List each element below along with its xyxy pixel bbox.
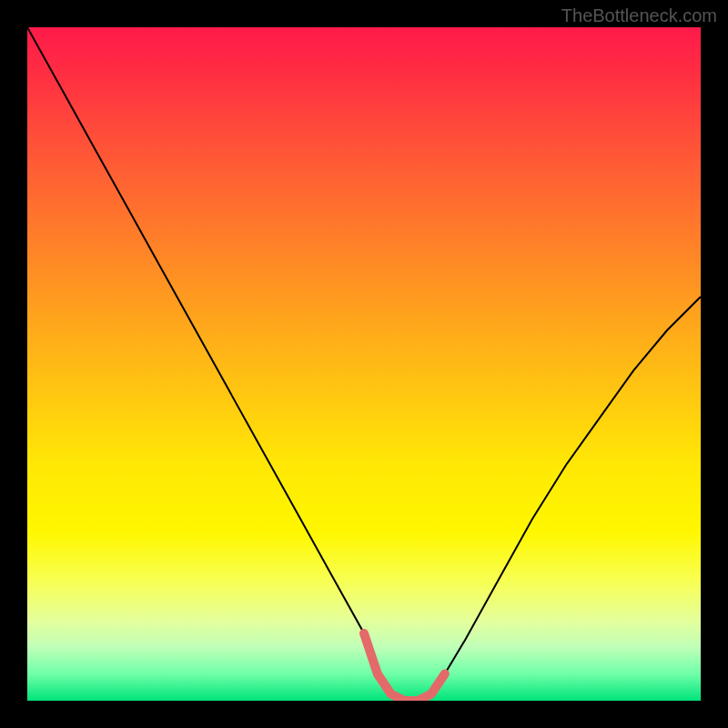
bottleneck-curve: [27, 27, 701, 701]
curve-svg: [27, 27, 701, 701]
plot-area: [27, 27, 701, 701]
minimum-highlight: [364, 633, 445, 701]
chart-frame: TheBottleneck.com: [0, 0, 728, 728]
attribution-label: TheBottleneck.com: [561, 5, 717, 26]
